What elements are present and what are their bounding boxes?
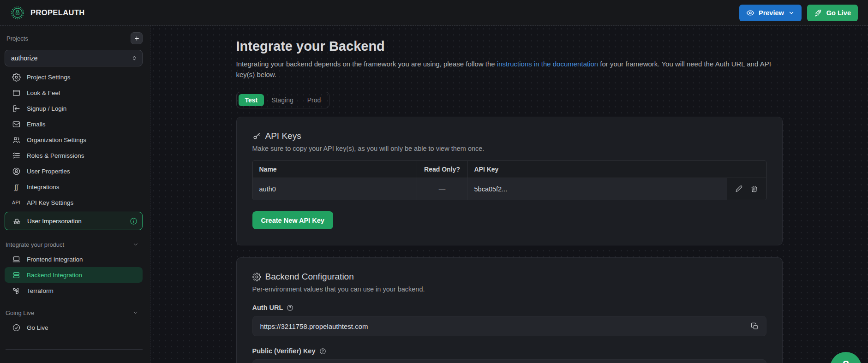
propelauth-logo-icon [10, 6, 25, 20]
projects-label: Projects [6, 35, 28, 42]
preview-button[interactable]: Preview [739, 5, 802, 21]
auth-url-field[interactable]: https://3211758.propelauthtest.com [252, 316, 766, 336]
sidebar-item-user-properties[interactable]: User Properties [5, 163, 143, 179]
tab-prod[interactable]: Prod [301, 94, 328, 106]
sidebar-item-label: User Properties [27, 168, 70, 175]
checklist-icon [12, 151, 21, 160]
sidebar-item-go-live[interactable]: Go Live [5, 320, 143, 335]
column-header-name: Name [253, 161, 417, 178]
api-keys-table: NameRead Only?API Keyauth0—5bca05f2... [252, 161, 766, 200]
users-icon [12, 136, 21, 144]
selector-icon [131, 54, 138, 62]
sidebar-item-label: Terraform [27, 287, 54, 294]
sidebar-divider [6, 349, 143, 350]
eye-icon [746, 9, 754, 17]
sidebar-item-label: User Impersonation [27, 218, 82, 225]
key-icon [252, 132, 261, 141]
table-row: auth0—5bca05f2... [253, 178, 766, 200]
user-circle-icon [12, 167, 21, 176]
public-verifier-key-field[interactable] [252, 359, 766, 363]
api-key-name: auth0 [253, 178, 417, 200]
chevron-down-icon [132, 309, 139, 316]
sidebar-item-user-impersonation[interactable]: User Impersonation [5, 212, 143, 230]
page-title: Integrate your Backend [236, 39, 783, 54]
sidebar-section-going-live[interactable]: Going Live [5, 306, 143, 320]
brand-name: PROPELAUTH [30, 8, 85, 17]
gear-icon [252, 273, 261, 281]
backend-configuration-card: Backend Configuration Per-environment va… [236, 257, 783, 363]
sidebar-item-api-key-settings[interactable]: APIAPI Key Settings [5, 195, 143, 210]
sidebar-item-signup-login[interactable]: Signup / Login [5, 101, 143, 116]
card-title: API Keys [265, 131, 301, 141]
terraform-icon [12, 286, 21, 295]
login-icon [12, 104, 21, 113]
card-title: Backend Configuration [265, 272, 354, 282]
documentation-link[interactable]: instructions in the documentation [497, 60, 598, 68]
sidebar: Projects authorize Project SettingsLook … [0, 26, 150, 363]
chevron-down-icon [132, 241, 139, 248]
sidebar-item-frontend-integration[interactable]: Frontend Integration [5, 251, 143, 267]
column-header-actions [727, 161, 766, 178]
laptop-icon [12, 255, 21, 264]
environment-tabs: TestStagingProd [236, 92, 330, 108]
chevron-down-icon [788, 10, 795, 16]
sidebar-item-label: Project Settings [27, 74, 71, 81]
gear-icon [12, 73, 21, 82]
sidebar-item-terraform[interactable]: Terraform [5, 283, 143, 298]
tab-test[interactable]: Test [239, 94, 264, 106]
question-mark-icon: ? [843, 358, 850, 363]
sidebar-item-label: Organization Settings [27, 137, 86, 143]
card-description: Per-environment values that you can use … [252, 286, 766, 293]
sidebar-item-label: Backend Integration [27, 272, 82, 279]
column-header-read-only: Read Only? [417, 161, 468, 178]
server-icon [12, 271, 21, 280]
api-key-read-only: — [417, 178, 468, 200]
project-selector[interactable]: authorize [5, 50, 143, 66]
row-actions [727, 178, 766, 200]
trash-button[interactable] [750, 185, 758, 193]
tab-staging[interactable]: Staging [265, 94, 299, 106]
go-live-button[interactable]: Go Live [807, 5, 858, 21]
public-verifier-key-label: Public (Verifier) Key [252, 347, 316, 355]
sidebar-item-label: Frontend Integration [27, 256, 83, 263]
sidebar-item-label: API Key Settings [27, 199, 73, 206]
window-icon [12, 89, 21, 97]
info-icon[interactable] [130, 217, 138, 225]
sidebar-item-label: Roles & Permissions [27, 152, 84, 159]
api-key-value: 5bca05f2... [468, 178, 727, 200]
sidebar-item-project-settings[interactable]: Project Settings [5, 69, 143, 85]
sidebar-item-roles-permissions[interactable]: Roles & Permissions [5, 148, 143, 163]
top-header: PROPELAUTH Preview Go Live [0, 0, 868, 26]
check-circle-icon [12, 323, 21, 332]
mail-icon [12, 120, 21, 129]
edit-button[interactable] [735, 185, 743, 193]
auth-url-label: Auth URL [252, 304, 283, 311]
sidebar-item-look-feel[interactable]: Look & Feel [5, 85, 143, 101]
disguise-icon [12, 217, 21, 226]
sidebar-item-backend-integration[interactable]: Backend Integration [5, 267, 143, 283]
sidebar-item-label: Go Live [27, 324, 48, 331]
sidebar-item-label: Look & Feel [27, 89, 60, 96]
integral-icon: ∫∫ [12, 184, 21, 190]
sidebar-item-label: Emails [27, 121, 46, 128]
rocket-icon [814, 9, 822, 17]
column-header-api-key: API Key [468, 161, 727, 178]
sidebar-item-label: Integrations [27, 184, 60, 190]
create-api-key-button[interactable]: Create New API Key [252, 211, 333, 229]
api-icon: API [12, 200, 21, 205]
add-project-button[interactable] [131, 32, 143, 44]
main-content: Integrate your Backend Integrating your … [150, 26, 868, 363]
brand: PROPELAUTH [10, 6, 85, 20]
copy-icon[interactable] [751, 322, 759, 330]
sidebar-item-emails[interactable]: Emails [5, 116, 143, 132]
sidebar-item-label: Signup / Login [27, 105, 66, 112]
sidebar-item-organization-settings[interactable]: Organization Settings [5, 132, 143, 148]
sidebar-item-integrations[interactable]: ∫∫Integrations [5, 179, 143, 195]
intro-text: Integrating your backend depends on the … [236, 59, 781, 80]
card-description: Make sure to copy your API key(s), as yo… [252, 145, 766, 152]
help-circle-icon[interactable] [287, 304, 293, 311]
api-keys-card: API Keys Make sure to copy your API key(… [236, 117, 783, 245]
sidebar-section-integrate-your-product[interactable]: Integrate your product [5, 238, 143, 251]
help-circle-icon[interactable] [319, 348, 326, 355]
